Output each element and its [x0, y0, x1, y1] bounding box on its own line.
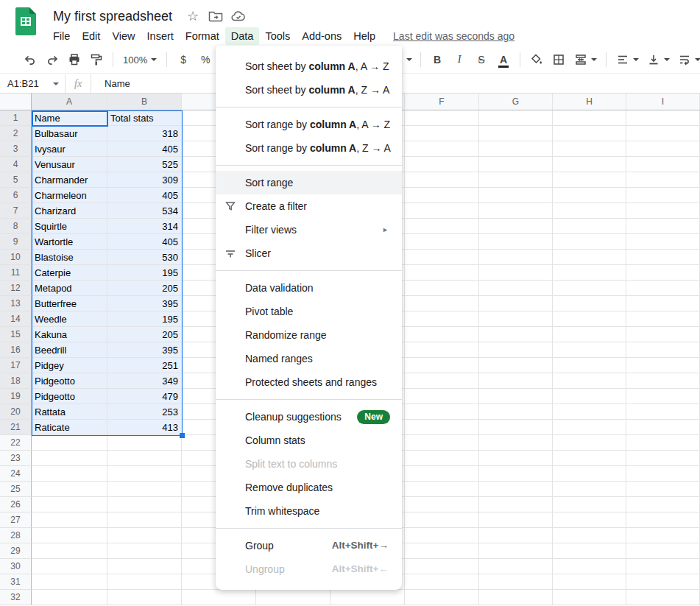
row-header-30[interactable]: 30 — [0, 559, 32, 574]
cell-A12[interactable]: Metapod — [32, 281, 107, 296]
menubar-item-edit[interactable]: Edit — [76, 27, 106, 45]
menu-item-cleanup-suggestions[interactable]: Cleanup suggestionsNew — [216, 405, 402, 429]
cell-H29[interactable] — [553, 543, 626, 559]
cell-A17[interactable]: Pidgey — [32, 358, 107, 373]
cell-B32[interactable] — [107, 590, 182, 605]
row-header-7[interactable]: 7 — [0, 203, 32, 219]
borders-button[interactable] — [548, 50, 569, 69]
menu-item-split-text-to-columns[interactable]: Split text to columns — [216, 452, 402, 476]
cell-H15[interactable] — [553, 327, 626, 342]
cell-F27[interactable] — [405, 512, 479, 528]
cell-I5[interactable] — [626, 172, 700, 188]
menu-item-named-ranges[interactable]: Named ranges — [216, 347, 402, 370]
menu-item-filter-views[interactable]: Filter views► — [216, 218, 402, 242]
cell-A20[interactable]: Rattata — [32, 404, 107, 420]
cell-B30[interactable] — [107, 559, 182, 574]
cell-F2[interactable] — [405, 126, 479, 141]
cell-G26[interactable] — [479, 497, 553, 512]
row-header-27[interactable]: 27 — [0, 512, 32, 528]
cell-A19[interactable]: Pidgeotto — [32, 389, 107, 404]
paint-format-button[interactable] — [86, 50, 107, 69]
cell-G32[interactable] — [479, 590, 553, 605]
menubar-item-file[interactable]: File — [47, 27, 76, 45]
cell-B27[interactable] — [107, 512, 182, 528]
cell-H5[interactable] — [553, 172, 626, 188]
cell-G12[interactable] — [479, 281, 553, 296]
cell-B29[interactable] — [107, 543, 182, 559]
cell-G5[interactable] — [479, 172, 553, 188]
cell-A11[interactable]: Caterpie — [32, 265, 107, 281]
menu-item-pivot-table[interactable]: Pivot table — [216, 300, 402, 323]
cell-G9[interactable] — [479, 234, 553, 250]
cell-F30[interactable] — [405, 559, 479, 574]
cell-B13[interactable]: 395 — [107, 296, 182, 311]
menu-item-protected-sheets-and-ranges[interactable]: Protected sheets and ranges — [216, 370, 402, 394]
cell-I12[interactable] — [626, 281, 700, 296]
row-header-25[interactable]: 25 — [0, 482, 32, 497]
name-box[interactable]: A1:B21 — [0, 78, 53, 89]
menu-item-create-a-filter[interactable]: Create a filter — [216, 194, 402, 218]
menu-item-sort-range-by-column-a-a-z[interactable]: Sort range by column A, A → Z — [216, 113, 402, 136]
cell-A5[interactable]: Charmander — [32, 172, 107, 188]
menubar-item-tools[interactable]: Tools — [259, 27, 296, 45]
cell-I15[interactable] — [626, 327, 700, 342]
cell-G29[interactable] — [479, 543, 553, 559]
text-wrap-button[interactable] — [674, 50, 700, 69]
row-header-3[interactable]: 3 — [0, 141, 32, 157]
cell-F26[interactable] — [405, 497, 479, 512]
italic-button[interactable]: I — [449, 50, 470, 69]
row-header-13[interactable]: 13 — [0, 296, 32, 311]
cell-B2[interactable]: 318 — [107, 126, 182, 141]
cell-G28[interactable] — [479, 528, 553, 543]
cell-F17[interactable] — [405, 358, 479, 373]
cell-F10[interactable] — [405, 250, 479, 265]
cell-I4[interactable] — [626, 157, 700, 172]
text-color-button[interactable]: A — [493, 50, 514, 69]
column-header-H[interactable]: H — [553, 94, 626, 110]
cell-H25[interactable] — [553, 482, 626, 497]
cell-H30[interactable] — [553, 559, 626, 574]
cell-F21[interactable] — [405, 420, 479, 435]
cell-B6[interactable]: 405 — [107, 188, 182, 203]
cell-F1[interactable] — [405, 110, 479, 126]
row-header-5[interactable]: 5 — [0, 172, 32, 188]
cell-H16[interactable] — [553, 342, 626, 358]
menu-item-ungroup[interactable]: UngroupAlt+Shift+← — [216, 557, 402, 581]
name-box-chevron-icon[interactable] — [53, 82, 59, 85]
cell-I22[interactable] — [626, 435, 700, 451]
cell-F7[interactable] — [405, 203, 479, 219]
row-header-17[interactable]: 17 — [0, 358, 32, 373]
cell-H28[interactable] — [553, 528, 626, 543]
cell-I26[interactable] — [626, 497, 700, 512]
cell-F18[interactable] — [405, 373, 479, 389]
row-header-2[interactable]: 2 — [0, 126, 32, 141]
cell-G13[interactable] — [479, 296, 553, 311]
cell-G25[interactable] — [479, 482, 553, 497]
column-header-A[interactable]: A — [32, 94, 107, 110]
cell-I31[interactable] — [626, 574, 700, 590]
row-header-10[interactable]: 10 — [0, 250, 32, 265]
merge-cells-button[interactable] — [570, 50, 600, 69]
cell-G11[interactable] — [479, 265, 553, 281]
cell-G8[interactable] — [479, 219, 553, 234]
cell-A14[interactable]: Weedle — [32, 311, 107, 327]
cell-B7[interactable]: 534 — [107, 203, 182, 219]
cell-I13[interactable] — [626, 296, 700, 311]
cell-A16[interactable]: Beedrill — [32, 342, 107, 358]
cell-H32[interactable] — [553, 590, 626, 605]
cell-F4[interactable] — [405, 157, 479, 172]
row-header-18[interactable]: 18 — [0, 373, 32, 389]
row-header-32[interactable]: 32 — [0, 590, 32, 605]
menu-item-data-validation[interactable]: Data validation — [216, 276, 402, 300]
cell-G21[interactable] — [479, 420, 553, 435]
cell-H20[interactable] — [553, 404, 626, 420]
cell-I21[interactable] — [626, 420, 700, 435]
cell-A31[interactable] — [32, 574, 107, 590]
cell-F29[interactable] — [405, 543, 479, 559]
cell-H3[interactable] — [553, 141, 626, 157]
column-header-F[interactable]: F — [405, 94, 479, 110]
cell-H14[interactable] — [553, 311, 626, 327]
vertical-align-button[interactable] — [643, 50, 673, 69]
cell-G31[interactable] — [479, 574, 553, 590]
cell-G4[interactable] — [479, 157, 553, 172]
